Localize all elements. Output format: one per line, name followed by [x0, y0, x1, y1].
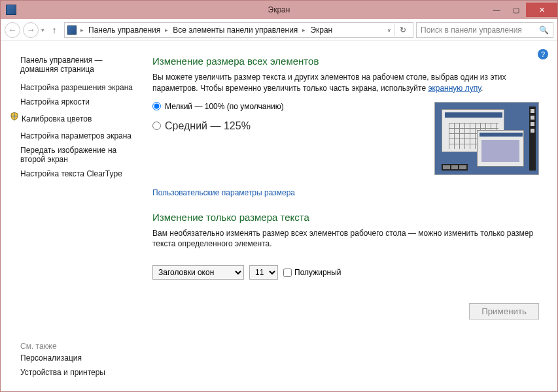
sidebar-item-resolution[interactable]: Настройка разрешения экрана [7, 80, 145, 95]
breadcrumb-sep: ▸ [301, 27, 307, 33]
back-button[interactable]: ← [5, 22, 20, 38]
bold-checkbox[interactable] [283, 269, 292, 277]
sidebar-item-project[interactable]: Передать изображение на второй экран [7, 143, 145, 167]
size-select[interactable]: 11 [249, 265, 278, 280]
apply-button[interactable]: Применить [469, 303, 539, 319]
radio-medium-input[interactable] [152, 122, 161, 130]
breadcrumb-sep: ▸ [164, 27, 169, 33]
see-also-personalization[interactable]: Персонализация [7, 351, 145, 365]
breadcrumb-1[interactable]: Панель управления [86, 25, 162, 35]
minimize-button[interactable]: — [487, 3, 506, 17]
svg-rect-1 [14, 112, 15, 120]
location-icon [67, 25, 77, 35]
close-button[interactable]: ✕ [526, 3, 557, 17]
maximize-button[interactable]: ▢ [506, 3, 526, 17]
sidebar: Панель управления — домашняя страница На… [1, 41, 145, 391]
description-1: Вы можете увеличить размер текста и друг… [152, 72, 539, 94]
bold-checkbox-label[interactable]: Полужирный [283, 268, 341, 277]
sidebar-home[interactable]: Панель управления — домашняя страница [7, 53, 145, 76]
radio-medium[interactable]: Средний — 125% [152, 120, 423, 132]
search-icon: 🔍 [539, 25, 549, 35]
up-button[interactable]: ↑ [47, 23, 61, 37]
radio-small[interactable]: Мелкий — 100% (по умолчанию) [152, 102, 423, 111]
forward-button[interactable]: → [23, 22, 39, 38]
see-also-devices[interactable]: Устройства и принтеры [7, 365, 145, 380]
description-2: Вам необязательно изменять размер всех э… [152, 228, 539, 250]
element-select[interactable]: Заголовки окон [152, 265, 244, 280]
custom-size-link[interactable]: Пользовательские параметры размера [152, 188, 539, 197]
breadcrumb-3[interactable]: Экран [308, 25, 334, 35]
refresh-button[interactable]: ↻ [394, 22, 410, 38]
preview-image [434, 102, 539, 175]
help-icon[interactable]: ? [538, 49, 548, 59]
heading-resize-all: Изменение размера всех элементов [152, 56, 539, 67]
sidebar-item-cleartype[interactable]: Настройка текста ClearType [7, 167, 145, 181]
see-also-label: См. также [7, 333, 145, 351]
app-icon [6, 5, 16, 15]
breadcrumb-2[interactable]: Все элементы панели управления [171, 25, 300, 35]
breadcrumb-sep: ▸ [79, 27, 85, 33]
search-placeholder: Поиск в панели управления [421, 25, 522, 35]
shield-icon [10, 112, 19, 121]
heading-text-only: Изменение только размера текста [152, 212, 539, 223]
main-content: Изменение размера всех элементов Вы може… [145, 41, 557, 391]
window-title: Экран [268, 5, 290, 14]
sidebar-item-brightness[interactable]: Настройка яркости [7, 95, 145, 109]
recent-dropdown-icon[interactable]: ▾ [41, 27, 44, 33]
radio-small-input[interactable] [152, 102, 161, 110]
search-input[interactable]: Поиск в панели управления 🔍 [416, 22, 553, 38]
address-row: ← → ▾ ↑ ▸ Панель управления ▸ Все элемен… [1, 19, 557, 41]
titlebar[interactable]: Экран — ▢ ✕ [1, 1, 557, 19]
address-bar[interactable]: ▸ Панель управления ▸ Все элементы панел… [64, 22, 413, 38]
magnifier-link[interactable]: экранную лупу [428, 84, 481, 93]
sidebar-item-display-settings[interactable]: Настройка параметров экрана [7, 129, 145, 143]
sidebar-item-calibration[interactable]: Калибровка цветов [22, 112, 97, 126]
address-dropdown-icon[interactable]: v [385, 27, 394, 33]
